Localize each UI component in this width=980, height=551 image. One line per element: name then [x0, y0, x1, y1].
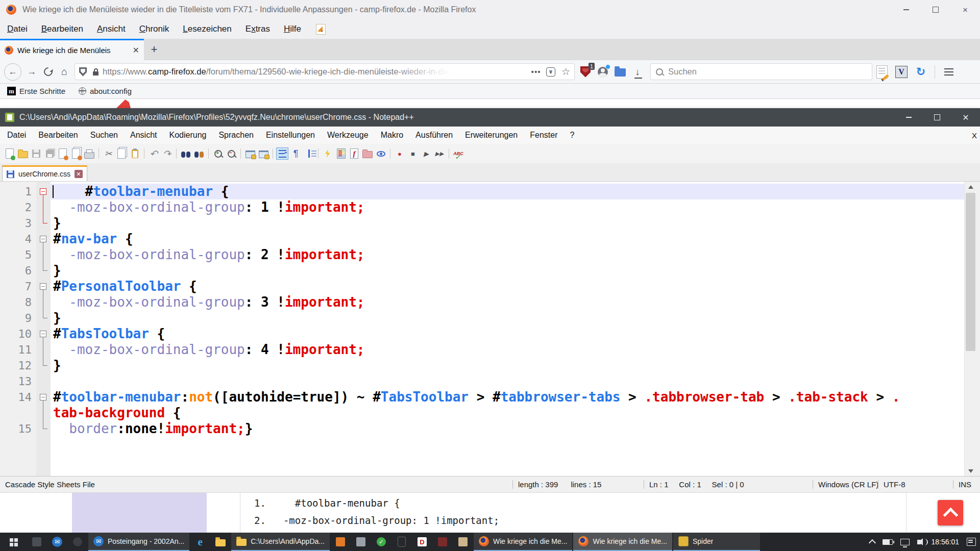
show-all-characters-icon[interactable]: ¶	[289, 147, 302, 160]
forward-button[interactable]: →	[23, 64, 40, 80]
search-input[interactable]: Suchen	[650, 63, 872, 80]
firefox-menu-hilfe[interactable]: Hilfe	[284, 24, 301, 34]
npp-menu-help[interactable]: ?	[570, 131, 574, 140]
app-orange-icon[interactable]	[330, 533, 351, 551]
macro-run-multiple-icon[interactable]: ▶▶	[433, 147, 446, 160]
npp-menu-fenster[interactable]: Fenster	[530, 131, 557, 140]
npp-menu-erweiterungen[interactable]: Erweiterungen	[465, 131, 518, 140]
macro-record-icon[interactable]: ●	[394, 147, 406, 160]
v-extension-icon[interactable]: V	[892, 62, 911, 82]
zoom-in-icon[interactable]	[212, 147, 224, 160]
macro-play-icon[interactable]: ▶	[420, 147, 432, 160]
close-all-icon[interactable]	[70, 147, 82, 160]
sync-horizontal-scroll-icon[interactable]	[257, 147, 270, 160]
firefox-menu-bearbeiten[interactable]: Bearbeiten	[41, 24, 83, 34]
taskbar-spider-window[interactable]: Spider	[673, 533, 760, 551]
bookmark-item[interactable]: about:config	[79, 87, 132, 95]
copy-icon[interactable]	[115, 147, 128, 160]
download-icon[interactable]: ↓	[629, 63, 646, 81]
lock-icon[interactable]	[93, 71, 99, 76]
duden-icon[interactable]: D	[412, 533, 432, 551]
redo-icon[interactable]: ↷	[161, 147, 173, 160]
bookmark-star-icon[interactable]: ☆	[561, 66, 570, 78]
undo-icon[interactable]: ↶	[148, 147, 160, 160]
document-tab-close-icon[interactable]: ✕	[75, 170, 83, 178]
new-tab-button[interactable]: +	[144, 39, 164, 60]
firefox-menu-chronik[interactable]: Chronik	[139, 24, 169, 34]
fold-marker[interactable]	[36, 279, 51, 294]
pinned-app-icon[interactable]	[27, 533, 47, 551]
code-line[interactable]: 10#TabsToolbar {	[4, 326, 965, 342]
home-button[interactable]: ⌂	[56, 64, 72, 80]
volume-icon[interactable]	[917, 540, 924, 544]
scroll-to-top-button[interactable]	[938, 500, 963, 525]
npp-close-button[interactable]: ✕	[951, 108, 980, 127]
userscript-icon[interactable]	[872, 62, 892, 82]
zoom-out-icon[interactable]	[225, 147, 237, 160]
new-file-icon[interactable]	[4, 147, 16, 160]
battery-icon[interactable]	[883, 539, 893, 545]
explorer-icon[interactable]	[210, 533, 231, 551]
document-monitoring-icon[interactable]	[375, 147, 387, 160]
close-file-icon[interactable]	[57, 147, 69, 160]
npp-menu-sprachen[interactable]: Sprachen	[218, 131, 254, 140]
replace-icon[interactable]	[193, 147, 205, 160]
start-button[interactable]	[0, 533, 27, 551]
save-icon[interactable]	[30, 147, 42, 160]
edge-icon[interactable]: e	[190, 533, 210, 551]
npp-menu-ansicht[interactable]: Ansicht	[130, 131, 157, 140]
cut-icon[interactable]: ✂	[102, 147, 114, 160]
document-tab-userchrome[interactable]: userChrome.css ✕	[2, 165, 87, 181]
account-avatar-icon[interactable]	[594, 63, 611, 81]
code-line[interactable]: 7#PersonalToolbar {	[4, 279, 965, 294]
code-line[interactable]: 5 -moz-box-ordinal-group: 2 !important;	[4, 247, 965, 263]
close-button[interactable]: ×	[950, 0, 980, 19]
npp-menu-datei[interactable]: Datei	[7, 131, 26, 140]
firefox-menu-ansicht[interactable]: Ansicht	[97, 24, 126, 34]
fold-marker[interactable]	[36, 231, 51, 247]
firefox-menu-extras[interactable]: Extras	[246, 24, 270, 34]
code-line[interactable]: 15 border:none!important;}	[4, 421, 965, 437]
code-editor[interactable]: 1 #toolbar-menubar {2 -moz-box-ordinal-g…	[4, 182, 976, 476]
restore-button[interactable]	[921, 0, 950, 19]
code-line[interactable]: 12}	[4, 358, 965, 373]
npp-menu-werkzeuge[interactable]: Werkzeuge	[327, 131, 369, 140]
folder-as-workspace-icon[interactable]	[361, 147, 374, 160]
active-tab[interactable]: Wie kriege ich die Menüleis ✕	[0, 39, 144, 60]
code-line[interactable]: 14#toolbar-menubar:not([autohide=true]) …	[4, 389, 965, 405]
app-gray-icon[interactable]	[351, 533, 371, 551]
pocket-icon[interactable]: ∨	[546, 67, 555, 77]
indent-guide-icon[interactable]	[303, 147, 315, 160]
network-icon[interactable]	[900, 539, 910, 545]
npp-maximize-button[interactable]	[923, 108, 951, 127]
npp-menu-makro[interactable]: Makro	[381, 131, 403, 140]
code-line[interactable]: 1 #toolbar-menubar {	[4, 184, 965, 199]
sync-vertical-scroll-icon[interactable]	[244, 147, 256, 160]
code-line[interactable]: 8 -moz-box-ordinal-group: 3 !important;	[4, 294, 965, 310]
back-button[interactable]: ←	[4, 63, 21, 81]
fold-marker[interactable]	[36, 184, 51, 199]
pinned-mail-icon[interactable]: ✉	[47, 533, 67, 551]
code-line[interactable]: 4#nav-bar {	[4, 231, 965, 247]
ublock-origin-icon[interactable]: 1	[577, 63, 594, 81]
bookmark-item[interactable]: mErste Schritte	[7, 87, 65, 95]
menu-hamburger-icon[interactable]	[939, 62, 959, 82]
taskbar-firefox-window-1[interactable]: Wie kriege ich die Me...	[474, 533, 573, 551]
bookmark-folder-icon[interactable]	[611, 63, 629, 81]
fold-marker[interactable]	[36, 326, 51, 342]
page-actions-icon[interactable]: •••	[531, 68, 541, 76]
user-defined-dialog-icon[interactable]	[322, 147, 334, 160]
minimize-button[interactable]	[891, 0, 921, 19]
firefox-menu-datei[interactable]: Datei	[7, 24, 28, 34]
firefox-menu-lesezeichen[interactable]: Lesezeichen	[183, 24, 231, 34]
npp-minimize-button[interactable]	[894, 108, 923, 127]
open-file-icon[interactable]	[17, 147, 29, 160]
code-line[interactable]: 13	[4, 373, 965, 389]
code-line[interactable]: 11 -moz-box-ordinal-group: 4 !important;	[4, 342, 965, 358]
npp-menu-ausführen[interactable]: Ausführen	[415, 131, 453, 140]
scroll-down-arrow-icon[interactable]	[965, 466, 976, 476]
print-icon[interactable]	[83, 147, 95, 160]
macro-stop-icon[interactable]: ■	[407, 147, 419, 160]
code-line[interactable]: 3}	[4, 215, 965, 231]
scrollbar-thumb[interactable]	[966, 193, 975, 351]
